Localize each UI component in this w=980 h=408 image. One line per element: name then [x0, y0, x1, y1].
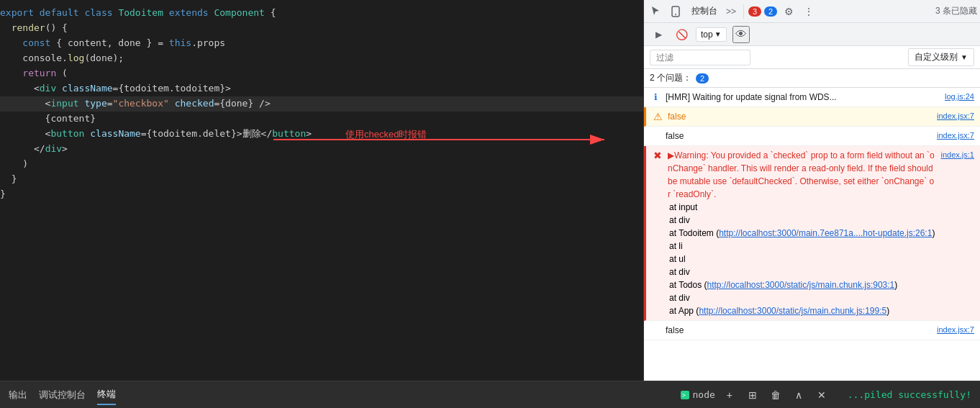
tab-more[interactable]: >>: [723, 4, 739, 19]
code-line: {content}: [0, 112, 643, 127]
top-label: top: [701, 30, 713, 40]
log-entry-false2: false index.jsx:7: [644, 127, 980, 146]
expand-arrow[interactable]: ▶: [668, 150, 674, 160]
log-entry-hmr: ℹ [HMR] Waiting for update signal from W…: [644, 88, 980, 107]
issues-label: 2 个问题：: [650, 72, 691, 84]
issues-count: 2: [696, 73, 709, 83]
stack-ul: at ul: [652, 253, 686, 266]
log-entry-false3: false index.jsx:7: [644, 321, 980, 340]
plus-icon-btn[interactable]: +: [721, 386, 738, 404]
clear-icon-btn[interactable]: 🚫: [673, 26, 690, 43]
cursor-icon-btn[interactable]: [647, 3, 664, 20]
stack-input: at input: [652, 201, 697, 214]
warn-icon: ⚠: [652, 111, 663, 122]
main-area: export default class Todoitem extends Co…: [0, 0, 980, 381]
code-panel: export default class Todoitem extends Co…: [0, 0, 644, 381]
bottom-tab-debug[interactable]: 调试控制台: [39, 386, 86, 404]
error-icon: ✖: [652, 150, 663, 161]
log-entry-warning: ✖ ▶Warning: You provided a `checked` pro…: [644, 146, 980, 321]
more-icon-btn[interactable]: ⋮: [800, 3, 817, 20]
log-source-false1[interactable]: index.jsx:7: [931, 110, 974, 122]
devtools-toolbar: 控制台 >> 3 2 ⚙ ⋮ 3 条已隐藏: [644, 0, 980, 23]
code-line: }: [0, 172, 643, 187]
log-text-false2: false: [666, 130, 931, 142]
plain-icon2: [650, 325, 661, 336]
split-icon-btn[interactable]: ⊞: [744, 386, 761, 404]
up-icon-btn[interactable]: ∧: [790, 386, 807, 404]
code-line: return (: [0, 66, 643, 81]
stack-todos: at Todos (http://localhost:3000/static/j…: [652, 278, 897, 291]
stack-div2: at div: [652, 266, 690, 278]
svg-text:>: >: [682, 392, 686, 399]
log-entry-false1: ⚠ false index.jsx:7: [644, 107, 980, 127]
level-chevron: ▼: [961, 53, 968, 61]
block-icon-btn[interactable]: ▶: [650, 26, 667, 43]
bottom-tab-terminal[interactable]: 终端: [97, 385, 116, 405]
code-line: export default class Todoitem extends Co…: [0, 6, 643, 21]
bottom-tab-output[interactable]: 输出: [9, 386, 27, 404]
code-line: console.log(done);: [0, 51, 643, 66]
bottom-bar: 输出 调试控制台 终端 > node + ⊞ 🗑 ∧ ✕ ...piled su…: [0, 381, 980, 408]
cursor-icon: [650, 6, 661, 17]
top-chevron: ▼: [714, 30, 722, 38]
filter-toolbar: 自定义级别 ▼: [644, 46, 980, 69]
code-line: </div>: [0, 142, 643, 157]
success-label: piled successfully!: [864, 389, 971, 400]
app-link[interactable]: http://localhost:3000/static/js/main.chu…: [699, 306, 886, 316]
log-source-warning[interactable]: index.js:1: [935, 149, 974, 161]
device-icon: [670, 6, 681, 17]
log-source-hmr[interactable]: log.js:24: [939, 91, 974, 103]
code-line: const { content, done } = this.props: [0, 36, 643, 51]
success-prefix: ...: [848, 389, 864, 400]
todoitem-link[interactable]: http://localhost:3000/main.7ee871a....ho…: [719, 228, 932, 238]
close-icon-btn[interactable]: ✕: [813, 386, 830, 404]
code-line: <div className={todoitem.todoitem}>: [0, 81, 643, 96]
console-content[interactable]: ℹ [HMR] Waiting for update signal from W…: [644, 88, 980, 381]
tab-console[interactable]: 控制台: [687, 2, 722, 20]
eye-icon-btn[interactable]: 👁: [732, 26, 750, 43]
filter-input[interactable]: [650, 50, 750, 65]
bottom-right: > node + ⊞ 🗑 ∧ ✕: [681, 386, 830, 404]
second-toolbar: ▶ 🚫 top ▼ 👁: [644, 23, 980, 46]
code-content: export default class Todoitem extends Co…: [0, 0, 643, 208]
stack-div3: at div: [652, 291, 690, 304]
node-text: node: [692, 389, 714, 400]
log-text-warning: ▶Warning: You provided a `checked` prop …: [668, 149, 935, 201]
code-line-highlighted: <input type="checkbox" checked={done} />: [0, 96, 643, 112]
terminal-icon: >: [681, 391, 689, 399]
plain-icon: [650, 130, 661, 142]
stack-li: at li: [652, 240, 683, 253]
top-select[interactable]: top ▼: [696, 27, 727, 42]
message-badge: 2: [764, 6, 777, 17]
todos-link[interactable]: http://localhost:3000/static/js/main.chu…: [707, 280, 894, 290]
svg-point-3: [675, 14, 676, 15]
hidden-count: 3 条已隐藏: [935, 5, 977, 17]
stack-todoitem: at Todoitem (http://localhost:3000/main.…: [652, 227, 935, 240]
issues-bar: 2 个问题： 2: [644, 69, 980, 88]
log-source-false3[interactable]: index.jsx:7: [931, 324, 974, 336]
error-badge: 3: [748, 6, 761, 17]
log-text-false1: false: [668, 110, 931, 123]
toolbar-separator: [743, 4, 744, 19]
level-select[interactable]: 自定义级别 ▼: [908, 48, 974, 66]
stack-app: at App (http://localhost:3000/static/js/…: [652, 304, 889, 317]
code-line: }: [0, 187, 643, 202]
code-line: ): [0, 157, 643, 172]
code-line: <button className={todoitem.delet}>删除</b…: [0, 127, 643, 142]
stack-div1: at div: [652, 214, 690, 227]
info-icon: ℹ: [650, 91, 661, 103]
trash-icon-btn[interactable]: 🗑: [767, 386, 784, 404]
device-icon-btn[interactable]: [667, 3, 684, 20]
settings-icon-btn[interactable]: ⚙: [780, 3, 797, 20]
log-source-false2[interactable]: index.jsx:7: [931, 130, 974, 142]
tab-console-area: 控制台 >>: [687, 2, 739, 20]
code-line: render() {: [0, 21, 643, 36]
log-text-false3: false: [666, 324, 931, 337]
log-text-hmr: [HMR] Waiting for update signal from WDS…: [666, 91, 939, 104]
node-label: > node: [681, 389, 714, 400]
success-text: ...piled successfully!: [848, 389, 971, 400]
level-label: 自定义级别: [915, 51, 958, 63]
devtools-panel: 控制台 >> 3 2 ⚙ ⋮ 3 条已隐藏 ▶ 🚫 top ▼ 👁 自定义级: [644, 0, 980, 381]
